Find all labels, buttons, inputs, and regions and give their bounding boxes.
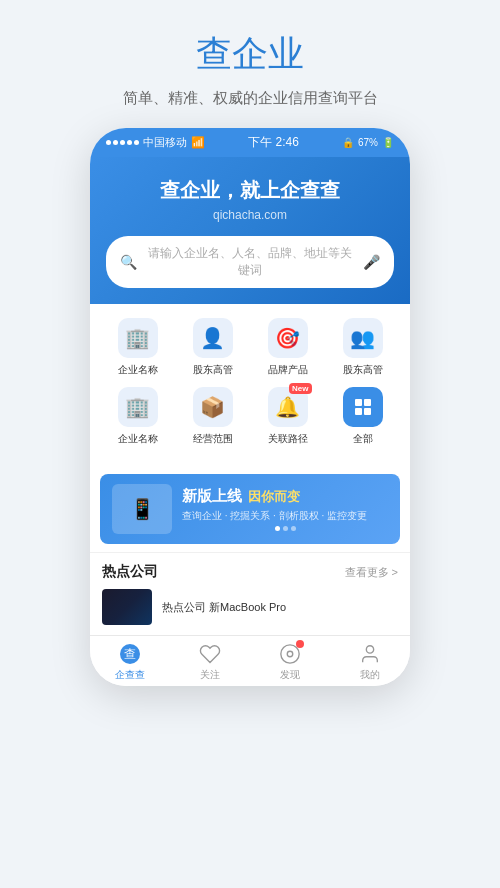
shareholder-icon-1: 👤 xyxy=(193,318,233,358)
status-right: 🔒 67% 🔋 xyxy=(342,137,394,148)
nav-item-mine[interactable]: 我的 xyxy=(330,642,410,682)
grid-row-1: 🏢 企业名称 👤 股东高管 🎯 品牌产品 👥 股东高管 xyxy=(100,318,400,377)
svg-rect-3 xyxy=(364,408,371,415)
svg-text:查: 查 xyxy=(124,647,136,661)
promo-section: 查企业 简单、精准、权威的企业信用查询平台 xyxy=(0,0,500,108)
nav-label-mine: 我的 xyxy=(360,668,380,682)
signal-dot xyxy=(127,140,132,145)
company-name-icon-2: 🏢 xyxy=(118,387,158,427)
grid-item-company-name-1[interactable]: 🏢 企业名称 xyxy=(108,318,168,377)
signal-dot xyxy=(113,140,118,145)
svg-rect-1 xyxy=(364,399,371,406)
phone-mockup: 中国移动 📶 下午 2:46 🔒 67% 🔋 查企业，就上企查查 qichach… xyxy=(90,128,410,686)
bottom-nav: 查 企查查 关注 xyxy=(90,635,410,686)
svg-rect-0 xyxy=(355,399,362,406)
grid-item-shareholder-1[interactable]: 👤 股东高管 xyxy=(183,318,243,377)
nav-item-discover[interactable]: 发现 xyxy=(250,642,330,682)
discover-nav-icon xyxy=(278,642,302,666)
grid-label-1: 企业名称 xyxy=(118,363,158,377)
banner-title-row: 新版上线 因你而变 xyxy=(182,487,388,506)
company-name-icon: 🏢 xyxy=(118,318,158,358)
grid-item-all[interactable]: 全部 xyxy=(333,387,393,446)
banner-dots xyxy=(182,526,388,531)
hot-header: 热点公司 查看更多 > xyxy=(102,563,398,581)
business-icon: 📦 xyxy=(193,387,233,427)
banner-dot-1 xyxy=(275,526,280,531)
promo-title: 查企业 xyxy=(20,30,480,79)
hot-title: 热点公司 xyxy=(102,563,158,581)
promo-subtitle: 简单、精准、权威的企业信用查询平台 xyxy=(20,89,480,108)
grid-item-business[interactable]: 📦 经营范围 xyxy=(183,387,243,446)
banner-accent-text: 因你而变 xyxy=(248,488,300,506)
banner-dot-3 xyxy=(291,526,296,531)
carrier-text: 中国移动 xyxy=(143,135,187,150)
banner-main-text: 新版上线 xyxy=(182,487,242,506)
app-header-url: qichacha.com xyxy=(106,208,394,222)
hot-more-link[interactable]: 查看更多 > xyxy=(345,565,398,580)
signal-dots xyxy=(106,140,139,145)
grid-label-8: 全部 xyxy=(353,432,373,446)
home-nav-icon: 查 xyxy=(118,642,142,666)
signal-dot xyxy=(106,140,111,145)
grid-item-brand[interactable]: 🎯 品牌产品 xyxy=(258,318,318,377)
nav-item-home[interactable]: 查 企查查 xyxy=(90,642,170,682)
nav-item-follow[interactable]: 关注 xyxy=(170,642,250,682)
grid-label-3: 品牌产品 xyxy=(268,363,308,377)
banner-dot-2 xyxy=(283,526,288,531)
search-icon: 🔍 xyxy=(120,254,137,270)
grid-item-related-path[interactable]: 🔔 New 关联路径 xyxy=(258,387,318,446)
app-header-title: 查企业，就上企查查 xyxy=(106,177,394,204)
nav-label-home: 企查查 xyxy=(115,668,145,682)
svg-rect-2 xyxy=(355,408,362,415)
wifi-icon: 📶 xyxy=(191,136,205,149)
signal-dot xyxy=(134,140,139,145)
banner-content: 新版上线 因你而变 查询企业 · 挖掘关系 · 剖析股权 · 监控变更 xyxy=(172,487,388,531)
grid-item-company-name-2[interactable]: 🏢 企业名称 xyxy=(108,387,168,446)
status-bar: 中国移动 📶 下午 2:46 🔒 67% 🔋 xyxy=(90,128,410,157)
status-left: 中国移动 📶 xyxy=(106,135,205,150)
search-bar[interactable]: 🔍 请输入企业名、人名、品牌、地址等关键词 🎤 xyxy=(106,236,394,288)
grid-row-2: 🏢 企业名称 📦 经营范围 🔔 New 关联路径 xyxy=(100,387,400,446)
battery-icon: 🔋 xyxy=(382,137,394,148)
svg-point-8 xyxy=(366,646,373,653)
nav-label-follow: 关注 xyxy=(200,668,220,682)
related-path-icon: 🔔 New xyxy=(268,387,308,427)
shareholder-icon-2: 👥 xyxy=(343,318,383,358)
follow-nav-icon xyxy=(198,642,222,666)
grid-label-4: 股东高管 xyxy=(343,363,383,377)
lock-icon: 🔒 xyxy=(342,137,354,148)
svg-point-7 xyxy=(287,651,293,657)
discover-badge xyxy=(296,640,304,648)
svg-point-6 xyxy=(281,645,299,663)
all-icon xyxy=(343,387,383,427)
hot-thumb xyxy=(102,589,152,625)
nav-label-discover: 发现 xyxy=(280,668,300,682)
grid-label-6: 经营范围 xyxy=(193,432,233,446)
app-header: 查企业，就上企查查 qichacha.com 🔍 请输入企业名、人名、品牌、地址… xyxy=(90,157,410,304)
grid-label-2: 股东高管 xyxy=(193,363,233,377)
mine-nav-icon xyxy=(358,642,382,666)
hot-thumb-image xyxy=(102,589,152,625)
mic-icon[interactable]: 🎤 xyxy=(363,254,380,270)
grid-label-5: 企业名称 xyxy=(118,432,158,446)
grid-section: 🏢 企业名称 👤 股东高管 🎯 品牌产品 👥 股东高管 🏢 xyxy=(90,304,410,466)
banner-image: 📱 xyxy=(112,484,172,534)
hot-item-text: 热点公司 新MacBook Pro xyxy=(162,600,286,615)
hot-item[interactable]: 热点公司 新MacBook Pro xyxy=(102,589,398,625)
search-input-placeholder: 请输入企业名、人名、品牌、地址等关键词 xyxy=(145,245,355,279)
signal-dot xyxy=(120,140,125,145)
banner[interactable]: 📱 新版上线 因你而变 查询企业 · 挖掘关系 · 剖析股权 · 监控变更 xyxy=(100,474,400,544)
new-badge: New xyxy=(289,383,311,394)
hot-section: 热点公司 查看更多 > 热点公司 新MacBook Pro xyxy=(90,552,410,635)
banner-subtitle: 查询企业 · 挖掘关系 · 剖析股权 · 监控变更 xyxy=(182,509,388,523)
grid-item-shareholder-2[interactable]: 👥 股东高管 xyxy=(333,318,393,377)
brand-icon: 🎯 xyxy=(268,318,308,358)
status-time: 下午 2:46 xyxy=(248,134,299,151)
grid-label-7: 关联路径 xyxy=(268,432,308,446)
battery-text: 67% xyxy=(358,137,378,148)
